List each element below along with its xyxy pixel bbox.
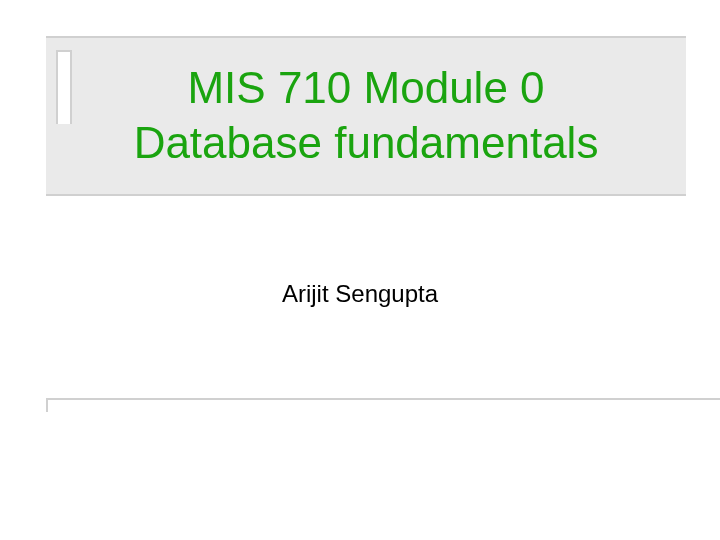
divider-tab — [46, 400, 48, 412]
slide-title: MIS 710 Module 0 Database fundamentals — [46, 60, 686, 170]
title-banner: MIS 710 Module 0 Database fundamentals — [46, 36, 686, 196]
divider-line — [46, 398, 720, 400]
title-line-1: MIS 710 Module 0 — [187, 63, 544, 112]
title-line-2: Database fundamentals — [134, 118, 599, 167]
author-name: Arijit Sengupta — [0, 280, 720, 308]
